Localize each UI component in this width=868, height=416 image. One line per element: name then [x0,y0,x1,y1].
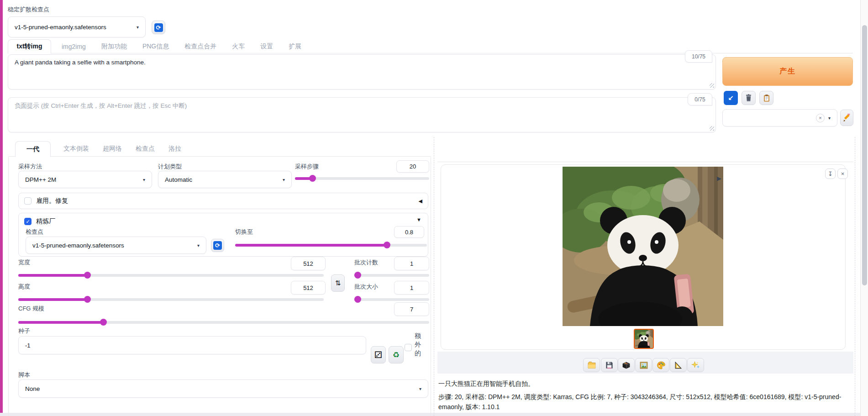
schedule-label: 计划类型 [158,163,182,171]
clear-styles-icon[interactable]: × [816,114,825,122]
tab-checkpoints[interactable]: 检查点 [136,145,155,153]
cfg-slider[interactable] [18,319,429,326]
sampler-label: 采样方法 [18,163,42,171]
refiner-title: 精炼厂 [36,217,55,226]
clipboard-icon [763,94,771,102]
steps-input[interactable] [396,160,429,173]
chevron-down-icon: ▾ [828,116,831,121]
sampler-dropdown[interactable]: DPM++ 2M▾ [18,171,152,188]
tab-png-info[interactable]: PNG信息 [142,42,169,51]
generation-info: 一只大熊猫正在用智能手机自拍。 步骤: 20, 采样器: DPM++ 2M, 调… [438,380,851,412]
negative-prompt-input[interactable] [15,102,709,128]
resize-handle[interactable] [710,126,714,131]
refiner-checkpoint-dropdown[interactable]: v1-5-pruned-emaonly.safetensors▾ [26,237,206,254]
hires-fix-section[interactable]: 雇用。修复 ◀ [18,193,428,209]
upscale-button[interactable] [687,358,704,372]
tab-extensions[interactable]: 扩展 [289,42,301,51]
swap-dimensions-button[interactable]: ⇅ [331,274,345,292]
clear-prompt-button[interactable] [742,91,756,105]
send-to-inpaint-button[interactable] [652,358,669,372]
floppy-disk-icon [605,361,614,369]
download-icon: ↧ [828,170,833,177]
refiner-section: ✓ 精炼厂 ▼ 检查点 v1-5-pruned-emaonly.safetens… [18,213,428,257]
open-folder-button[interactable] [583,358,600,372]
gallery-next-icon[interactable]: ▶ [717,175,721,182]
tab-generation[interactable]: 一代 [15,141,51,157]
chevron-down-icon: ▾ [419,386,421,391]
random-seed-button[interactable]: ⚂ [371,346,386,363]
script-dropdown[interactable]: None▾ [18,379,428,398]
reuse-seed-button[interactable]: ♻ [389,346,404,363]
tab-hypernetworks[interactable]: 超网络 [103,145,122,153]
send-to-extras-button[interactable] [670,358,687,372]
close-icon: × [841,170,845,177]
batch-size-input[interactable] [394,281,429,295]
close-image-button[interactable]: × [837,169,848,179]
swap-icon: ⇅ [335,279,341,287]
tab-extras[interactable]: 附加功能 [101,42,127,51]
height-slider[interactable] [18,296,324,303]
tab-textual-inversion[interactable]: 文本倒装 [63,145,89,153]
tab-settings[interactable]: 设置 [260,42,273,51]
results-top-border [437,162,853,162]
generate-button[interactable]: 产生 [722,57,853,86]
checkpoint-dropdown[interactable]: v1-5-pruned-emaonly.safetensors ▾ [8,16,146,37]
collapse-left-icon[interactable]: ◀ [419,198,422,204]
switch-at-input[interactable] [394,226,424,238]
negative-prompt-box [8,97,716,132]
tab-txt2img[interactable]: txt转img [8,39,51,54]
batch-size-label: 批次大小 [354,283,378,291]
refresh-checkpoint-button[interactable]: ⟳ [152,21,165,34]
schedule-dropdown[interactable]: Automatic▾ [158,171,292,188]
collapse-down-icon[interactable]: ▼ [416,217,421,222]
batch-count-slider[interactable] [354,272,429,279]
switch-at-label: 切换至 [235,228,253,236]
steps-slider[interactable] [295,175,429,182]
column-resize-divider-right[interactable] [855,137,855,416]
steps-label: 采样步骤 [295,163,319,171]
batch-count-input[interactable] [394,257,429,270]
info-params: 步骤: 20, 采样器: DPM++ 2M, 调度类型: Karras, CFG… [438,392,851,412]
save-image-button[interactable] [601,358,618,372]
apply-styles-button[interactable] [759,91,773,105]
prompt-input[interactable]: A giant panda taking a selfie with a sma… [15,59,709,85]
width-input[interactable] [291,257,326,270]
column-resize-divider[interactable] [434,137,434,416]
edit-styles-button[interactable] [840,110,853,126]
gallery-thumbnail[interactable] [634,329,654,349]
extra-seed-label: 额外的 [415,332,422,358]
resize-handle[interactable] [710,83,714,88]
refiner-refresh-button[interactable]: ⟳ [211,239,224,252]
tab-lora[interactable]: 洛拉 [168,145,181,153]
tab-img2img[interactable]: img2img [62,43,86,50]
refresh-icon: ⟳ [154,23,163,32]
output-toolbar [437,352,853,374]
generated-image[interactable] [563,167,723,326]
refiner-checkpoint-label: 检查点 [26,228,43,236]
switch-at-slider[interactable] [235,242,427,249]
checkpoint-label: 稳定扩散检查点 [8,5,49,14]
extra-seed-checkbox[interactable] [405,344,412,351]
paste-params-button[interactable]: ↙ [724,91,738,105]
cfg-input[interactable] [394,302,429,316]
send-to-img2img-button[interactable] [635,358,652,372]
scrollbar-thumb[interactable] [862,25,867,285]
width-slider[interactable] [18,272,324,279]
batch-count-number-box [394,257,429,270]
seed-input[interactable] [18,336,366,354]
recycle-icon: ♻ [393,350,400,360]
styles-dropdown[interactable]: × ▾ [722,109,837,126]
generation-tab-bar: 一代 文本倒装 超网络 检查点 洛拉 [8,141,431,157]
refiner-checkbox[interactable]: ✓ [24,218,32,225]
refresh-icon: ⟳ [213,241,222,250]
download-image-button[interactable]: ↧ [825,169,836,179]
script-label: 脚本 [18,371,30,379]
tab-checkpoint-merger[interactable]: 检查点合并 [184,42,216,51]
hires-fix-checkbox[interactable] [24,197,32,205]
page-scrollbar[interactable] [860,0,868,416]
save-zip-button[interactable] [618,358,635,372]
tab-train[interactable]: 火车 [232,42,245,51]
arrow-down-left-icon: ↙ [728,94,734,102]
height-input[interactable] [291,281,326,295]
cfg-number-box [394,302,429,316]
